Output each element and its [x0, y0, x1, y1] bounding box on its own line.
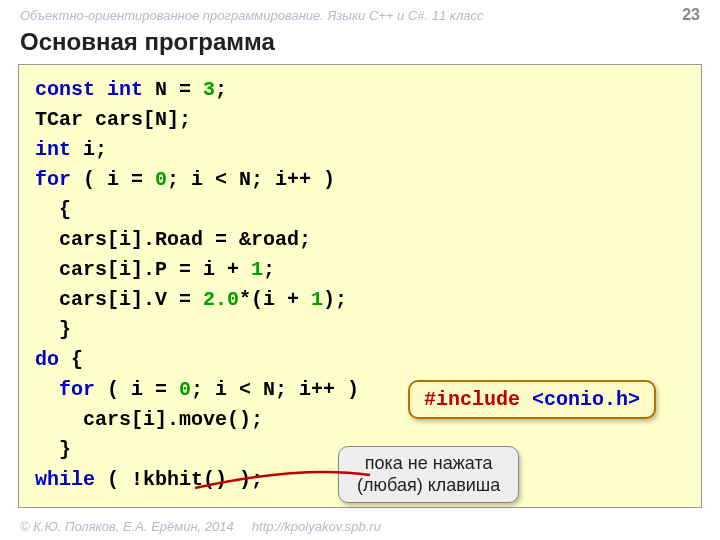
include-directive: #include [424, 388, 520, 411]
code-line: TCar cars[N]; [35, 105, 685, 135]
code-line: cars[i].V = 2.0*(i + 1); [35, 285, 685, 315]
code-line: const int N = 3; [35, 75, 685, 105]
copyright-text: © К.Ю. Поляков, Е.А. Ерёмин, 2014 [20, 519, 234, 534]
slide-footer: © К.Ю. Поляков, Е.А. Ерёмин, 2014 http:/… [20, 519, 381, 534]
footer-link[interactable]: http://kpolyakov.spb.ru [252, 519, 381, 534]
code-line: cars[i].Road = &road; [35, 225, 685, 255]
code-block: const int N = 3; TCar cars[N]; int i; fo… [18, 64, 702, 508]
code-line: { [35, 195, 685, 225]
annotation-line: пока не нажата [357, 453, 500, 475]
annotation-bubble: пока не нажата (любая) клавиша [338, 446, 519, 503]
code-line: int i; [35, 135, 685, 165]
code-line: for ( i = 0; i < N; i++ ) [35, 165, 685, 195]
annotation-line: (любая) клавиша [357, 475, 500, 497]
code-line: } [35, 315, 685, 345]
code-line: do { [35, 345, 685, 375]
page-number: 23 [682, 6, 700, 24]
include-callout: #include <conio.h> [408, 380, 656, 419]
code-line: cars[i].P = i + 1; [35, 255, 685, 285]
slide-header: Объектно-ориентированное программировани… [0, 0, 720, 26]
course-title: Объектно-ориентированное программировани… [20, 8, 484, 23]
include-header: <conio.h> [520, 388, 640, 411]
slide-title: Основная программа [0, 26, 720, 64]
